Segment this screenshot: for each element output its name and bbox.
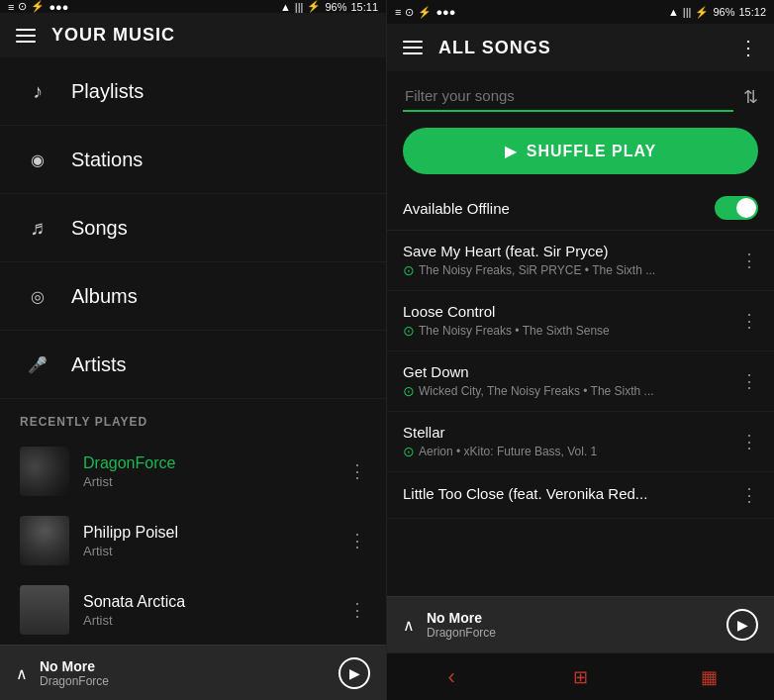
signal-bars: |||: [295, 1, 304, 13]
sonata-name: Sonata Arctica: [83, 593, 348, 611]
avatar-dragonforce: [20, 447, 69, 496]
song-info-save-my-heart: Save My Heart (feat. Sir Pryce) ⊙ The No…: [403, 243, 740, 278]
play-icon: ▶: [505, 142, 517, 160]
player-info-right: No More DragonForce: [427, 610, 726, 640]
status-right: ▲ ||| ⚡ 96% 15:11: [280, 0, 378, 13]
dragonforce-info: DragonForce Artist: [83, 454, 348, 489]
player-info-left: No More DragonForce: [40, 658, 339, 688]
song-meta-3: ⊙ Aerion • xKito: Future Bass, Vol. 1: [403, 444, 740, 459]
hamburger-status: ≡: [8, 1, 14, 13]
nav-item-songs[interactable]: ♬ Songs: [0, 194, 386, 262]
time-left: 15:11: [350, 1, 378, 13]
menu-button-right[interactable]: [403, 41, 423, 54]
nav-label-artists: Artists: [71, 353, 127, 376]
offline-row: Available Offline: [387, 186, 774, 231]
download-icon: ⊙: [403, 262, 415, 278]
philipp-more[interactable]: ⋮: [348, 530, 366, 551]
player-expand-right[interactable]: ∧: [403, 616, 415, 635]
philipp-type: Artist: [83, 544, 348, 558]
song-more-4[interactable]: ⋮: [740, 484, 758, 506]
player-play-right[interactable]: ▶: [726, 609, 758, 641]
status-left-right: ≡ ⊙ ⚡ ●●●: [395, 6, 455, 19]
song-item-get-down[interactable]: Get Down ⊙ Wicked City, The Noisy Freaks…: [387, 351, 774, 412]
stations-icon: ◉: [20, 142, 55, 177]
songs-icon: ♬: [20, 210, 55, 246]
song-title-1: Loose Control: [403, 303, 740, 320]
more-options-right[interactable]: ⋮: [738, 36, 758, 59]
player-artist-left: DragonForce: [40, 674, 339, 688]
page-title-right: ALL SONGS: [438, 38, 551, 58]
home-button-right[interactable]: ⊞: [516, 666, 644, 688]
philipp-name: Philipp Poisel: [83, 524, 348, 542]
artists-icon: 🎤: [20, 347, 55, 382]
hamburger-status-r: ≡: [395, 6, 401, 18]
signal-icons: ●●●: [48, 1, 68, 13]
shuffle-play-button[interactable]: ▶ SHUFFLE PLAY: [403, 128, 758, 174]
shuffle-play-label: SHUFFLE PLAY: [527, 143, 656, 160]
player-bar-left: ∧ No More DragonForce ▶: [0, 645, 386, 700]
recent-item-philipp[interactable]: Philipp Poisel Artist ⋮: [0, 506, 386, 575]
player-expand-left[interactable]: ∧: [16, 664, 28, 683]
player-song-right: No More: [427, 610, 726, 626]
song-meta: ⊙ The Noisy Freaks, SiR PRYCE • The Sixt…: [403, 262, 740, 278]
right-header: ALL SONGS ⋮: [387, 24, 774, 71]
albums-icon: ◎: [20, 278, 55, 314]
download-icon-3: ⊙: [403, 444, 415, 459]
signal-bars-r: |||: [683, 6, 692, 18]
song-more-2[interactable]: ⋮: [740, 370, 758, 392]
avatar-sonata: [20, 585, 69, 635]
sonata-info: Sonata Arctica Artist: [83, 593, 348, 628]
sonata-type: Artist: [83, 613, 348, 628]
avatar-philipp: [20, 516, 69, 565]
filter-bar: ⇅: [387, 71, 774, 122]
status-right-right: ▲ ||| ⚡ 96% 15:12: [668, 6, 766, 19]
song-more-1[interactable]: ⋮: [740, 310, 758, 332]
filter-input[interactable]: [403, 81, 733, 112]
status-left: ≡ ⊙ ⚡ ●●●: [8, 0, 68, 13]
playlists-icon: ♪: [20, 73, 55, 109]
song-info-little-too-close: Little Too Close (feat. Veronika Red...: [403, 485, 740, 505]
song-item-little-too-close[interactable]: Little Too Close (feat. Veronika Red... …: [387, 472, 774, 519]
dragonforce-more[interactable]: ⋮: [348, 460, 366, 482]
usb-icon-r: ⚡: [418, 6, 432, 19]
nav-item-stations[interactable]: ◉ Stations: [0, 126, 386, 194]
download-icon-1: ⊙: [403, 323, 415, 339]
song-more-0[interactable]: ⋮: [740, 250, 758, 271]
battery-left: 96%: [325, 1, 346, 13]
battery-right: 96%: [713, 6, 734, 18]
sonata-more[interactable]: ⋮: [348, 599, 366, 621]
apps-button-right[interactable]: ▦: [645, 666, 774, 688]
song-title: Save My Heart (feat. Sir Pryce): [403, 243, 740, 259]
song-info-get-down: Get Down ⊙ Wicked City, The Noisy Freaks…: [403, 363, 740, 399]
sort-icon[interactable]: ⇅: [743, 86, 758, 108]
song-item-save-my-heart[interactable]: Save My Heart (feat. Sir Pryce) ⊙ The No…: [387, 231, 774, 291]
nav-item-albums[interactable]: ◎ Albums: [0, 262, 386, 331]
dragonforce-type: Artist: [83, 474, 348, 489]
charge-icon-r: ⚡: [695, 6, 709, 19]
offline-toggle[interactable]: [715, 196, 758, 220]
nav-label-albums: Albums: [71, 285, 138, 308]
recent-item-dragonforce[interactable]: DragonForce Artist ⋮: [0, 437, 386, 506]
recently-played-title: RECENTLY PLAYED: [0, 399, 386, 437]
song-info-loose-control: Loose Control ⊙ The Noisy Freaks • The S…: [403, 303, 740, 339]
status-bar-left: ≡ ⊙ ⚡ ●●● ▲ ||| ⚡ 96% 15:11: [0, 0, 386, 13]
left-panel: ≡ ⊙ ⚡ ●●● ▲ ||| ⚡ 96% 15:11 YOUR MUSIC ♪…: [0, 0, 387, 700]
nav-item-artists[interactable]: 🎤 Artists: [0, 331, 386, 399]
player-artist-right: DragonForce: [427, 626, 726, 640]
menu-button[interactable]: [16, 29, 36, 43]
song-info-stellar: Stellar ⊙ Aerion • xKito: Future Bass, V…: [403, 424, 740, 459]
recent-item-sonata[interactable]: Sonata Arctica Artist ⋮: [0, 575, 386, 645]
song-item-stellar[interactable]: Stellar ⊙ Aerion • xKito: Future Bass, V…: [387, 412, 774, 472]
song-more-3[interactable]: ⋮: [740, 431, 758, 452]
status-bar-right: ≡ ⊙ ⚡ ●●● ▲ ||| ⚡ 96% 15:12: [387, 0, 774, 24]
player-play-left[interactable]: ▶: [339, 657, 370, 689]
back-button-right[interactable]: ‹: [387, 664, 516, 690]
song-item-loose-control[interactable]: Loose Control ⊙ The Noisy Freaks • The S…: [387, 291, 774, 351]
song-meta-1: ⊙ The Noisy Freaks • The Sixth Sense: [403, 323, 740, 339]
right-panel: ≡ ⊙ ⚡ ●●● ▲ ||| ⚡ 96% 15:12 ALL SONGS ⋮ …: [387, 0, 774, 700]
signal-icons-r: ●●●: [435, 6, 455, 18]
nav-item-playlists[interactable]: ♪ Playlists: [0, 57, 386, 126]
nav-label-playlists: Playlists: [71, 80, 144, 103]
time-right: 15:12: [738, 6, 766, 18]
nav-label-songs: Songs: [71, 217, 128, 240]
